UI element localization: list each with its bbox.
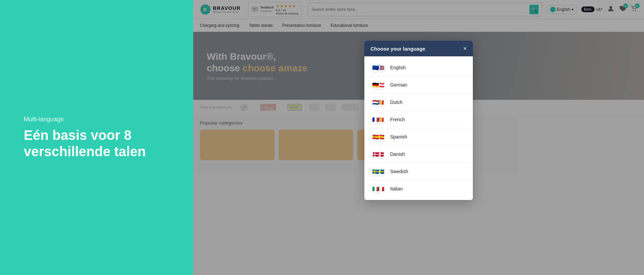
headline: Eén basis voor 8 verschillende talen	[24, 127, 169, 160]
flag-fr: 🇫🇷	[371, 115, 380, 124]
modal-title: Choose your language	[370, 46, 425, 52]
flag-es: 🇪🇸	[371, 132, 380, 141]
modal-close-button[interactable]: ×	[463, 45, 467, 52]
tag-label: Multi-language	[24, 116, 169, 123]
webshop-frame: B BRAVOUR ERGO PRODUCTS feedback	[193, 0, 644, 275]
lang-item-spanish[interactable]: 🇪🇸 🇪🇸 Spanish	[364, 128, 473, 146]
flag-group-english: 🇪🇺 🇬🇧	[371, 63, 385, 72]
lang-name-italian: Italian	[390, 186, 403, 191]
lang-item-swedish[interactable]: 🇸🇪 🇸🇪 Swedish	[364, 163, 473, 180]
right-panel: B BRAVOUR ERGO PRODUCTS feedback	[193, 0, 644, 275]
flag-group-spanish: 🇪🇸 🇪🇸	[371, 132, 385, 142]
modal-overlay[interactable]: Choose your language × 🇪🇺 🇬🇧 English	[193, 0, 644, 275]
lang-name-spanish: Spanish	[390, 134, 407, 140]
lang-name-danish: Danish	[390, 151, 405, 157]
language-modal: Choose your language × 🇪🇺 🇬🇧 English	[364, 41, 473, 200]
lang-name-swedish: Swedish	[390, 169, 408, 174]
flag-dk: 🇩🇰	[371, 150, 380, 159]
lang-item-english[interactable]: 🇪🇺 🇬🇧 English	[364, 59, 473, 76]
flag-group-italian: 🇮🇹 🇮🇹	[371, 184, 385, 194]
flag-group-dutch: 🇳🇱 🇧🇪	[371, 97, 385, 107]
lang-name-french: French	[390, 117, 405, 122]
flag-it: 🇮🇹	[371, 184, 380, 193]
flag-group-danish: 🇩🇰 🇩🇰	[371, 149, 385, 159]
lang-item-italian[interactable]: 🇮🇹 🇮🇹 Italian	[364, 180, 473, 197]
flag-group-swedish: 🇸🇪 🇸🇪	[371, 167, 385, 176]
flag-group-french: 🇫🇷 🇧🇪	[371, 115, 385, 124]
lang-item-german[interactable]: 🇩🇪 🇦🇹 German	[364, 76, 473, 94]
lang-name-english: English	[390, 65, 406, 70]
headline-line1: Eén basis voor 8	[24, 128, 132, 143]
lang-name-german: German	[390, 82, 407, 88]
lang-item-french[interactable]: 🇫🇷 🇧🇪 French	[364, 111, 473, 128]
lang-item-dutch[interactable]: 🇳🇱 🇧🇪 Dutch	[364, 94, 473, 111]
flag-se: 🇸🇪	[371, 167, 380, 176]
language-list: 🇪🇺 🇬🇧 English 🇩🇪 🇦🇹 German	[364, 56, 473, 200]
headline-line2: verschillende talen	[24, 144, 146, 159]
lang-item-danish[interactable]: 🇩🇰 🇩🇰 Danish	[364, 146, 473, 163]
flag-group-german: 🇩🇪 🇦🇹	[371, 80, 385, 90]
modal-header: Choose your language ×	[364, 41, 473, 56]
flag-de: 🇩🇪	[371, 80, 380, 89]
left-panel: Multi-language Eén basis voor 8 verschil…	[0, 0, 193, 275]
flag-eu: 🇪🇺	[371, 63, 380, 72]
flag-nl: 🇳🇱	[371, 98, 380, 107]
lang-name-dutch: Dutch	[390, 99, 403, 105]
